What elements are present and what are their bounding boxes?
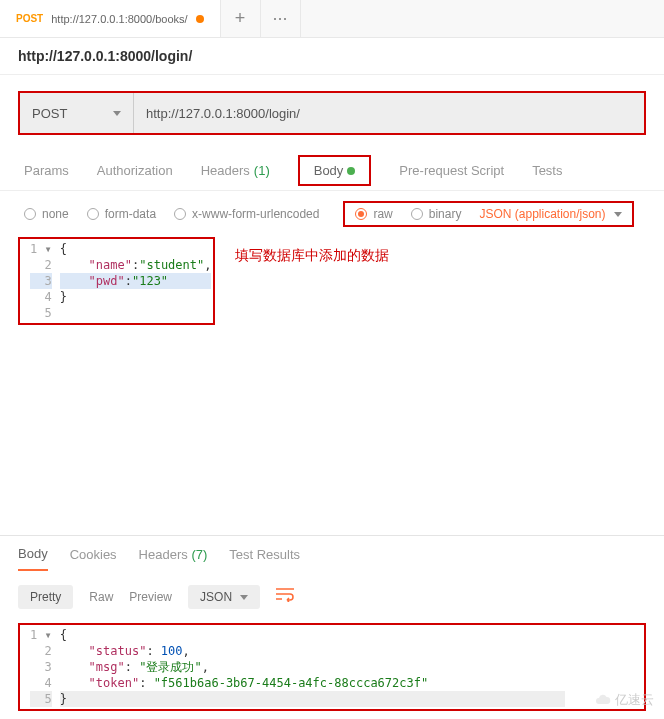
response-headers-label: Headers [139, 547, 188, 562]
radio-icon [174, 208, 186, 220]
cloud-icon [595, 692, 611, 708]
tab-method-badge: POST [16, 13, 43, 24]
response-body-editor[interactable]: 1 ▾ 2 3 4 5 { "status": 100, "msg": "登录成… [22, 627, 642, 707]
body-active-dot-icon [347, 167, 355, 175]
response-tab-body[interactable]: Body [18, 546, 48, 571]
radio-raw-label: raw [373, 207, 392, 221]
tab-params[interactable]: Params [24, 163, 69, 178]
chevron-down-icon [240, 595, 248, 600]
url-input[interactable]: http://127.0.0.1:8000/login/ [134, 93, 644, 133]
method-select[interactable]: POST [20, 93, 134, 133]
wrap-lines-icon[interactable] [276, 588, 294, 606]
view-preview[interactable]: Preview [129, 590, 172, 604]
radio-binary-label: binary [429, 207, 462, 221]
response-tab-cookies[interactable]: Cookies [70, 547, 117, 570]
response-format-value: JSON [200, 590, 232, 604]
tab-more-button[interactable]: ··· [261, 0, 301, 37]
code-content: { "name":"student", "pwd":"123" } [60, 241, 212, 321]
method-select-value: POST [32, 106, 67, 121]
request-subtabs: Params Authorization Headers (1) Body Pr… [0, 151, 664, 191]
tab-headers[interactable]: Headers (1) [201, 163, 270, 178]
radio-formdata[interactable]: form-data [87, 207, 156, 221]
new-tab-button[interactable]: + [221, 0, 261, 37]
unsaved-dot-icon [196, 15, 204, 23]
content-type-value: JSON (application/json) [479, 207, 605, 221]
response-format-dropdown[interactable]: JSON [188, 585, 260, 609]
response-headers-count: (7) [191, 547, 207, 562]
raw-json-box: raw binary JSON (application/json) [343, 201, 633, 227]
chevron-down-icon [113, 111, 121, 116]
response-view-row: Pretty Raw Preview JSON [0, 571, 664, 623]
annotation-text: 填写数据库中添加的数据 [215, 237, 389, 325]
tab-url-text: http://127.0.0.1:8000/books/ [51, 13, 187, 25]
response-tab-headers[interactable]: Headers (7) [139, 547, 208, 570]
radio-raw[interactable]: raw [355, 207, 392, 221]
request-name: http://127.0.0.1:8000/login/ [0, 38, 664, 75]
radio-urlencoded-label: x-www-form-urlencoded [192, 207, 319, 221]
line-gutter: 1 ▾ 2 3 4 5 [22, 241, 60, 321]
tab-headers-count: (1) [254, 163, 270, 178]
radio-icon [355, 208, 367, 220]
tab-body[interactable]: Body [298, 155, 372, 186]
code-content: { "status": 100, "msg": "登录成功", "token":… [60, 627, 566, 707]
url-input-value: http://127.0.0.1:8000/login/ [146, 106, 300, 121]
body-type-row: none form-data x-www-form-urlencoded raw… [0, 191, 664, 237]
tab-tests[interactable]: Tests [532, 163, 562, 178]
response-tabs: Body Cookies Headers (7) Test Results [0, 536, 664, 571]
response-tab-testresults[interactable]: Test Results [229, 547, 300, 570]
radio-none-label: none [42, 207, 69, 221]
radio-binary[interactable]: binary [411, 207, 462, 221]
request-tab[interactable]: POST http://127.0.0.1:8000/books/ [0, 0, 221, 37]
view-raw[interactable]: Raw [89, 590, 113, 604]
request-body-editor[interactable]: 1 ▾ 2 3 4 5 { "name":"student", "pwd":"1… [22, 241, 211, 321]
radio-none[interactable]: none [24, 207, 69, 221]
tab-authorization[interactable]: Authorization [97, 163, 173, 178]
radio-urlencoded[interactable]: x-www-form-urlencoded [174, 207, 319, 221]
content-type-dropdown[interactable]: JSON (application/json) [479, 207, 621, 221]
tab-headers-label: Headers [201, 163, 250, 178]
request-body-editor-box: 1 ▾ 2 3 4 5 { "name":"student", "pwd":"1… [18, 237, 215, 325]
chevron-down-icon [614, 212, 622, 217]
tab-bar: POST http://127.0.0.1:8000/books/ + ··· [0, 0, 664, 38]
radio-formdata-label: form-data [105, 207, 156, 221]
radio-icon [87, 208, 99, 220]
watermark-text: 亿速云 [615, 691, 654, 709]
method-url-row: POST http://127.0.0.1:8000/login/ [18, 91, 646, 135]
tab-body-label: Body [314, 163, 344, 178]
tab-prerequest[interactable]: Pre-request Script [399, 163, 504, 178]
radio-icon [411, 208, 423, 220]
line-gutter: 1 ▾ 2 3 4 5 [22, 627, 60, 707]
watermark: 亿速云 [595, 691, 654, 709]
radio-icon [24, 208, 36, 220]
view-pretty[interactable]: Pretty [18, 585, 73, 609]
response-body-box: 1 ▾ 2 3 4 5 { "status": 100, "msg": "登录成… [18, 623, 646, 711]
